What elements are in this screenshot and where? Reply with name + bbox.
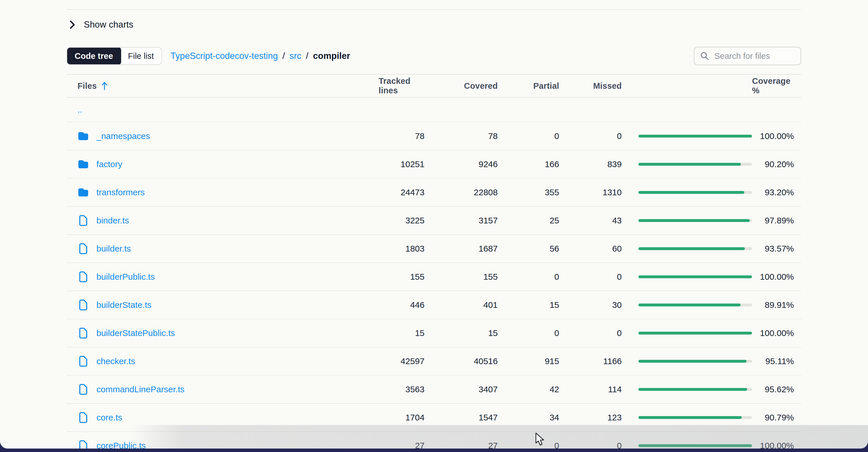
coverage-bar-fill: [639, 247, 745, 250]
coverage-value: 100.00%: [760, 441, 794, 449]
coverage-bar-fill: [639, 219, 750, 222]
file-link[interactable]: builderStatePublic.ts: [96, 328, 175, 338]
file-name-cell: commandLineParser.ts: [78, 384, 379, 395]
coverage-value: 95.11%: [765, 356, 794, 366]
file-link[interactable]: transformers: [96, 187, 145, 197]
covered-value: 9246: [478, 159, 498, 169]
file-name-cell: factory: [78, 159, 379, 169]
coverage-bar: [639, 304, 752, 306]
missed-value: 1310: [602, 187, 622, 197]
tracked-value: 10251: [401, 159, 425, 169]
file-link[interactable]: builderPublic.ts: [96, 272, 155, 282]
file-icon: [78, 271, 89, 282]
missed-value: 0: [617, 272, 622, 282]
coverage-bar-fill: [639, 416, 742, 419]
coverage-bar: [639, 247, 752, 250]
missed-value: 0: [617, 328, 622, 338]
file-name-cell: builderPublic.ts: [78, 271, 379, 282]
column-header-tracked-lines[interactable]: Tracked lines: [379, 77, 425, 95]
partial-value: 0: [554, 272, 559, 282]
file-name-cell: corePublic.ts: [78, 440, 379, 449]
file-name-cell: core.ts: [78, 412, 379, 423]
missed-value: 0: [617, 441, 622, 449]
tracked-value: 1803: [405, 244, 425, 253]
file-link[interactable]: checker.ts: [96, 356, 135, 366]
breadcrumb-src-link[interactable]: src: [290, 51, 301, 61]
file-name-cell: builder.ts: [78, 243, 379, 254]
tracked-value: 446: [410, 300, 425, 310]
partial-value: 915: [545, 356, 559, 366]
file-link[interactable]: core.ts: [96, 413, 122, 422]
file-name-cell: builderStatePublic.ts: [78, 327, 379, 339]
file-icon: [78, 243, 89, 254]
file-icon: [78, 384, 89, 395]
file-link[interactable]: binder.ts: [96, 216, 129, 225]
coverage-value: 100.00%: [760, 272, 794, 282]
column-header-files[interactable]: Files: [78, 81, 379, 91]
covered-value: 1687: [478, 244, 498, 253]
coverage-bar: [639, 275, 752, 278]
file-link[interactable]: builderState.ts: [96, 300, 152, 310]
column-header-covered[interactable]: Covered: [464, 81, 498, 91]
coverage-bar: [639, 416, 752, 419]
file-name-cell: transformers: [78, 187, 379, 197]
table-row: commandLineParser.ts 3563 3407 42 114 95…: [67, 375, 801, 404]
column-header-coverage[interactable]: Coverage %: [752, 77, 794, 95]
coverage-bar-track: [639, 275, 752, 278]
file-search-box[interactable]: [694, 47, 801, 65]
file-link[interactable]: commandLineParser.ts: [96, 385, 185, 394]
coverage-value: 93.57%: [765, 244, 794, 253]
file-table-header: Files Tracked lines Covered Partial Miss…: [67, 74, 801, 98]
search-icon: [700, 52, 709, 61]
file-link[interactable]: builder.ts: [96, 244, 131, 253]
files-header-label: Files: [78, 81, 97, 91]
file-link[interactable]: _namespaces: [96, 131, 150, 141]
coverage-value: 100.00%: [760, 328, 794, 338]
coverage-bar-fill: [639, 135, 752, 138]
coverage-bar-track: [639, 304, 752, 306]
folder-icon: [78, 188, 89, 197]
tracked-value: 155: [410, 272, 425, 282]
tracked-value: 42597: [401, 356, 425, 366]
coverage-bar-track: [639, 191, 752, 194]
file-table-rows: _namespaces 78 78 0 0 100.00% factory 10…: [67, 122, 801, 449]
missed-value: 1166: [603, 356, 622, 366]
column-header-partial[interactable]: Partial: [533, 81, 559, 91]
partial-value: 34: [550, 413, 559, 422]
coverage-value: 95.62%: [765, 385, 794, 394]
table-row: _namespaces 78 78 0 0 100.00%: [67, 122, 801, 150]
code-tree-tab[interactable]: Code tree: [67, 47, 121, 65]
partial-value: 355: [545, 187, 559, 197]
file-link[interactable]: corePublic.ts: [96, 441, 146, 449]
parent-directory-link[interactable]: ..: [78, 105, 82, 115]
folder-icon: [78, 131, 89, 141]
coverage-bar-fill: [639, 360, 747, 363]
search-input[interactable]: [714, 51, 795, 61]
file-link[interactable]: factory: [96, 159, 122, 169]
partial-value: 25: [550, 216, 559, 225]
missed-value: 0: [617, 131, 622, 141]
sort-ascending-icon: [101, 81, 108, 91]
coverage-bar-fill: [639, 191, 744, 194]
tracked-value: 15: [415, 328, 425, 338]
coverage-value: 97.89%: [765, 216, 794, 225]
covered-value: 15: [488, 328, 498, 338]
parent-directory-row: ..: [67, 98, 801, 122]
tracked-value: 24473: [401, 187, 425, 197]
table-row: builderStatePublic.ts 15 15 0 0 100.00%: [67, 319, 801, 348]
column-header-missed[interactable]: Missed: [593, 81, 622, 91]
table-row: checker.ts 42597 40516 915 1166 95.11%: [67, 348, 801, 375]
file-list-tab[interactable]: File list: [121, 48, 161, 64]
breadcrumb-separator: /: [282, 51, 285, 61]
tracked-value: 27: [415, 441, 425, 449]
breadcrumb: TypeScript-codecov-testing / src / compi…: [170, 51, 350, 61]
table-row: builderState.ts 446 401 15 30 89.91%: [67, 291, 801, 319]
show-charts-toggle[interactable]: Show charts: [67, 17, 133, 33]
missed-value: 30: [612, 300, 622, 310]
coverage-bar-track: [639, 219, 752, 222]
partial-value: 56: [550, 244, 559, 253]
coverage-value: 100.00%: [760, 131, 794, 141]
file-icon: [78, 215, 89, 226]
file-name-cell: _namespaces: [78, 131, 379, 141]
breadcrumb-repo-link[interactable]: TypeScript-codecov-testing: [170, 51, 278, 61]
